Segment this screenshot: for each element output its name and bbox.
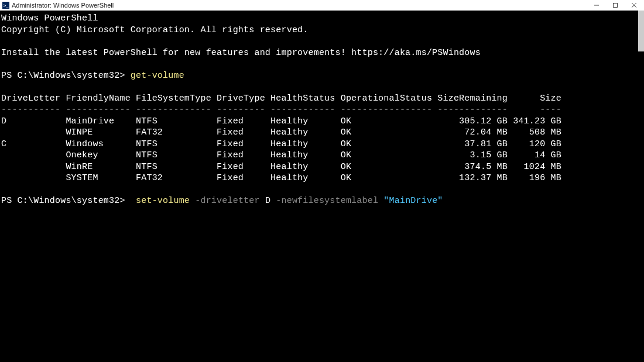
prompt-1: PS C:\Windows\system32> xyxy=(1,71,131,81)
svg-rect-1 xyxy=(614,4,618,8)
titlebar-left: >_ Administrator: Windows PowerShell xyxy=(2,2,114,9)
value-driveletter: D xyxy=(260,196,270,206)
ps-header-1: Windows PowerShell xyxy=(1,13,98,23)
minimize-button[interactable] xyxy=(592,1,601,9)
command-set-volume: set-volume xyxy=(136,196,190,206)
window-controls xyxy=(592,1,638,9)
scrollbar-thumb[interactable] xyxy=(638,11,644,51)
close-button[interactable] xyxy=(630,1,638,9)
window-titlebar: >_ Administrator: Windows PowerShell xyxy=(0,0,644,11)
param-newfilesystemlabel: -newfilesystemlabel xyxy=(270,196,378,206)
command-get-volume: get-volume xyxy=(131,71,184,81)
maximize-button[interactable] xyxy=(611,1,619,9)
powershell-icon: >_ xyxy=(2,2,9,9)
ps-header-2: Copyright (C) Microsoft Corporation. All… xyxy=(1,25,308,35)
param-driveletter: -driveletter xyxy=(190,196,260,206)
value-newfilesystemlabel: "MainDrive" xyxy=(378,196,443,206)
terminal-content[interactable]: Windows PowerShell Copyright (C) Microso… xyxy=(0,11,644,209)
window-title: Administrator: Windows PowerShell xyxy=(12,2,114,9)
volume-table: DriveLetter FriendlyName FileSystemType … xyxy=(1,94,561,184)
install-message: Install the latest PowerShell for new fe… xyxy=(1,48,481,58)
prompt-2: PS C:\Windows\system32> xyxy=(1,196,136,206)
